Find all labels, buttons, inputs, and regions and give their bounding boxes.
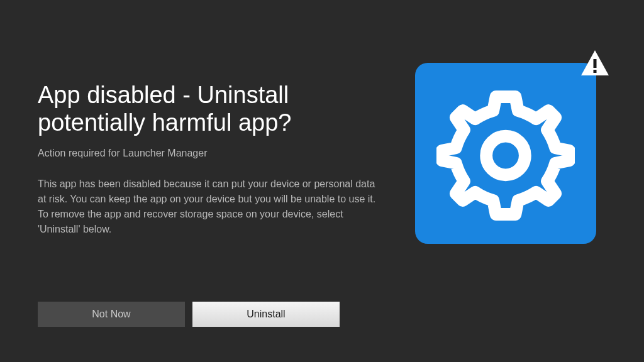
dialog-heading: App disabled - Uninstall potentially har… (38, 82, 390, 136)
app-icon-wrapper (415, 63, 596, 244)
dialog-body: This app has been disabled because it ca… (38, 177, 377, 237)
uninstall-button[interactable]: Uninstall (192, 302, 340, 327)
svg-point-0 (486, 136, 525, 175)
app-icon (415, 63, 596, 244)
svg-rect-1 (594, 59, 597, 68)
dialog-subtitle: Action required for Launcher Manager (38, 148, 390, 159)
gear-icon (436, 83, 575, 224)
dialog-content: App disabled - Uninstall potentially har… (38, 82, 390, 244)
svg-rect-2 (594, 70, 597, 73)
button-row: Not Now Uninstall (38, 302, 340, 327)
dialog-container: App disabled - Uninstall potentially har… (0, 0, 644, 244)
warning-icon (579, 48, 611, 80)
not-now-button[interactable]: Not Now (38, 302, 185, 327)
